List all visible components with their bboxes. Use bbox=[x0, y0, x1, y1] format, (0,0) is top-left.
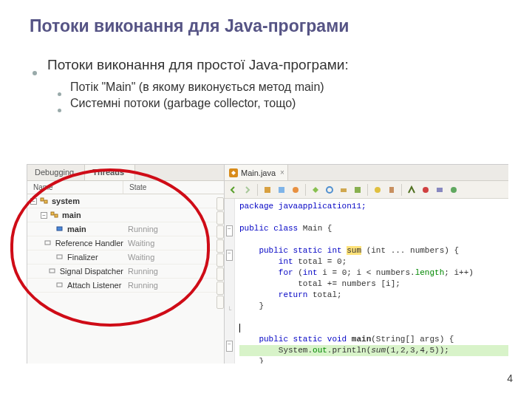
bullet-sub2-text: Системні потоки (garbage collector, тощо… bbox=[70, 97, 296, 110]
toolbar-icon[interactable] bbox=[352, 184, 364, 196]
tree-row-system[interactable]: − system bbox=[27, 194, 224, 208]
code-lines: package javaapplication11; public class … bbox=[235, 199, 508, 364]
svg-point-15 bbox=[375, 187, 381, 193]
col-name: Name bbox=[27, 181, 123, 194]
toolbar-icon[interactable] bbox=[262, 184, 273, 196]
table-row[interactable]: Attach Listener Running bbox=[27, 279, 224, 293]
java-file-icon bbox=[229, 168, 238, 177]
thread-state: Waiting bbox=[123, 239, 224, 248]
toolbar-icon[interactable] bbox=[420, 184, 432, 196]
fold-gutter: − − └ − └ bbox=[225, 199, 235, 364]
editor-toolbar bbox=[225, 181, 508, 199]
editor-panel: Main.java × bbox=[225, 164, 508, 364]
thread-name: Finalizer bbox=[67, 253, 98, 262]
thread-icon bbox=[48, 267, 57, 275]
thread-icon bbox=[44, 239, 52, 247]
drag-handle-icon[interactable] bbox=[216, 211, 224, 225]
tab-debugging[interactable]: Debugging bbox=[27, 165, 85, 180]
thread-state: Waiting bbox=[123, 253, 224, 262]
tree-row-main-group[interactable]: − main bbox=[27, 208, 224, 222]
toolbar-icon[interactable] bbox=[372, 184, 383, 196]
table-header: Name State bbox=[27, 181, 224, 194]
history-forward-icon[interactable] bbox=[242, 184, 253, 196]
code-editor[interactable]: − − └ − └ package javaapplication11; pub… bbox=[225, 199, 508, 364]
drag-handle-icon[interactable] bbox=[216, 296, 224, 309]
table-row[interactable]: Reference Handler Waiting bbox=[27, 236, 224, 250]
close-icon[interactable]: × bbox=[280, 168, 284, 177]
svg-rect-10 bbox=[279, 187, 284, 193]
thread-group-icon bbox=[40, 197, 49, 205]
drag-handle-icon[interactable] bbox=[216, 197, 224, 211]
history-back-icon[interactable] bbox=[228, 184, 239, 196]
toolbar-icon[interactable] bbox=[276, 184, 287, 196]
twisty-icon[interactable]: − bbox=[30, 198, 37, 205]
tab-threads[interactable]: Threads bbox=[85, 165, 135, 180]
svg-rect-9 bbox=[265, 187, 270, 193]
svg-rect-7 bbox=[50, 269, 55, 273]
svg-point-19 bbox=[451, 187, 457, 193]
toolbar-icon[interactable] bbox=[290, 184, 301, 196]
svg-rect-14 bbox=[355, 187, 361, 193]
bullet-list: Потоки виконання для простої Java-програ… bbox=[0, 36, 532, 110]
thread-group-icon bbox=[50, 211, 59, 219]
table-row[interactable]: main Running bbox=[27, 222, 224, 236]
thread-name: main bbox=[67, 225, 86, 233]
tab-main-java[interactable]: Main.java × bbox=[225, 165, 288, 180]
file-tab-label: Main.java bbox=[241, 168, 276, 177]
panel-handles bbox=[216, 197, 224, 310]
bullet-main: Потоки виконання для простої Java-програ… bbox=[33, 57, 532, 78]
drag-handle-icon[interactable] bbox=[216, 282, 224, 295]
svg-rect-2 bbox=[51, 212, 54, 215]
page-number: 4 bbox=[507, 372, 513, 384]
thread-icon bbox=[55, 282, 64, 289]
bullet-dot-icon bbox=[58, 109, 61, 112]
twisty-icon[interactable]: − bbox=[41, 212, 47, 219]
thread-icon bbox=[55, 253, 64, 261]
svg-point-12 bbox=[327, 187, 332, 193]
svg-rect-13 bbox=[341, 188, 347, 192]
tree-label: system bbox=[52, 197, 80, 205]
bullet-sub2: Системні потоки (garbage collector, тощо… bbox=[33, 94, 532, 110]
drag-handle-icon[interactable] bbox=[216, 253, 224, 267]
bullet-sub1: Потік "Main" (в якому виконується метод … bbox=[33, 78, 532, 94]
toolbar-icon[interactable] bbox=[406, 184, 417, 196]
slide-title: Потоки виконання для Java-програми bbox=[0, 0, 532, 36]
panel-tabs: Debugging Threads bbox=[27, 165, 224, 181]
svg-rect-4 bbox=[57, 227, 62, 231]
toolbar-icon[interactable] bbox=[434, 184, 446, 196]
svg-rect-16 bbox=[389, 187, 394, 193]
toolbar-icon[interactable] bbox=[386, 184, 398, 196]
table-row[interactable]: Signal Dispatcher Running bbox=[27, 265, 224, 279]
svg-rect-3 bbox=[55, 214, 58, 217]
fold-icon[interactable]: − bbox=[226, 225, 233, 236]
drag-handle-icon[interactable] bbox=[216, 239, 224, 253]
svg-rect-1 bbox=[44, 200, 47, 203]
drag-handle-icon[interactable] bbox=[216, 267, 224, 281]
thread-state: Running bbox=[123, 281, 224, 290]
toolbar-icon[interactable] bbox=[310, 184, 321, 196]
bullet-dot-icon bbox=[33, 71, 37, 75]
svg-point-11 bbox=[293, 187, 299, 193]
thread-name: Reference Handler bbox=[55, 239, 123, 248]
svg-rect-0 bbox=[41, 198, 44, 201]
svg-rect-8 bbox=[57, 283, 62, 287]
ide-screenshot: Debugging Threads Name State − system bbox=[27, 164, 508, 364]
col-state: State bbox=[123, 181, 224, 194]
toolbar-icon[interactable] bbox=[338, 184, 349, 196]
bullet-main-text: Потоки виконання для простої Java-програ… bbox=[47, 57, 349, 73]
table-row[interactable]: Finalizer Waiting bbox=[27, 250, 224, 265]
svg-rect-6 bbox=[57, 255, 62, 259]
toolbar-icon[interactable] bbox=[324, 184, 335, 196]
thread-name: Attach Listener bbox=[67, 281, 121, 290]
tree-label: main bbox=[62, 211, 81, 219]
editor-tabs: Main.java × bbox=[225, 165, 508, 181]
toolbar-icon[interactable] bbox=[448, 184, 460, 196]
thread-state: Running bbox=[123, 267, 224, 276]
fold-icon[interactable]: − bbox=[226, 341, 233, 352]
thread-state: Running bbox=[123, 225, 224, 233]
svg-rect-18 bbox=[437, 188, 443, 192]
fold-icon[interactable]: − bbox=[226, 250, 233, 261]
drag-handle-icon[interactable] bbox=[216, 225, 224, 239]
debug-panel: Debugging Threads Name State − system bbox=[27, 164, 225, 364]
thread-icon bbox=[55, 225, 64, 233]
